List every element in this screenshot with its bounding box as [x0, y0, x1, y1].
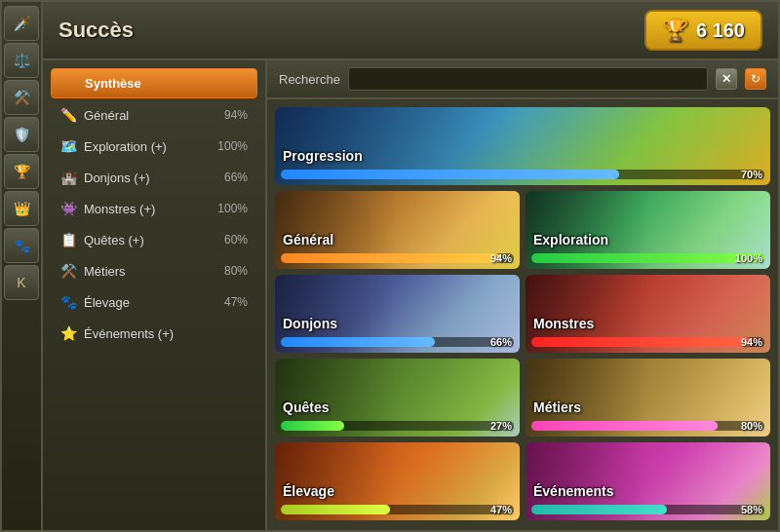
nav-label-donjons: Donjons (+) [84, 171, 150, 185]
evenements-bar-bg [531, 505, 764, 514]
search-input[interactable] [348, 67, 708, 91]
cards-row-4: Élevage 47% Événements [275, 442, 770, 520]
card-progression[interactable]: Progression 70% [275, 107, 770, 185]
metiers-card-label: Métiers [533, 399, 581, 415]
card-elevage[interactable]: Élevage 47% [275, 442, 520, 520]
donjons-pct: 66% [490, 337, 512, 347]
nav-item-metiers[interactable]: ⚒️ Métiers 80% [51, 256, 257, 285]
monstres-bar [531, 337, 751, 347]
card-exploration[interactable]: Exploration 100% [526, 191, 770, 269]
left-icon-scales[interactable]: ⚖️ [4, 43, 39, 78]
nav-pct-exploration: 100% [217, 139, 248, 153]
card-general[interactable]: Général 94% [275, 191, 520, 269]
trophy-icon: 🏆 [662, 18, 688, 43]
search-label: Recherche [279, 72, 340, 87]
card-donjons[interactable]: Donjons 66% [275, 275, 520, 353]
donjons-bar-bg [281, 337, 514, 347]
card-monstres[interactable]: Monstres 94% [526, 275, 770, 353]
progression-bar-bg [281, 170, 764, 179]
search-bar: Recherche ✕ ↻ [267, 60, 778, 99]
evenements-pct: 58% [741, 505, 762, 514]
evenements-card-label: Événements [533, 483, 613, 499]
nav-pct-donjons: 66% [224, 171, 248, 184]
nav-item-exploration[interactable]: 🗺️ Exploration (+) 100% [51, 132, 257, 161]
left-icon-crown[interactable]: 👑 [4, 191, 39, 226]
monstres-card-label: Monstres [533, 316, 594, 331]
quetes-nav-icon: 📋 [60, 232, 76, 247]
nav-item-monstres[interactable]: 👾 Monstres (+) 100% [51, 194, 257, 223]
nav-item-general[interactable]: ✏️ Général 94% [51, 100, 257, 130]
elevage-nav-icon: 🐾 [60, 294, 76, 310]
donjons-nav-icon: 🏰 [60, 170, 76, 185]
score-value: 6 160 [696, 19, 745, 42]
nav-item-quetes[interactable]: 📋 Quêtes (+) 60% [51, 225, 257, 254]
elevage-pct: 47% [490, 505, 512, 514]
nav-label-exploration: Exploration (+) [84, 139, 167, 154]
left-icon-sword[interactable]: 🗡️ [4, 6, 39, 41]
cards-row-2: Donjons 66% Monstres [275, 275, 770, 353]
main-panel: Succès 🏆 6 160 Synthèse ✏️ Gé [43, 2, 778, 530]
metiers-pct: 80% [741, 421, 762, 431]
left-icon-trophy[interactable]: 🏆 [4, 154, 39, 189]
elevage-card-label: Élevage [283, 483, 334, 499]
right-content: Recherche ✕ ↻ Progression [267, 60, 778, 530]
quetes-bar [281, 421, 344, 431]
nav-pct-metiers: 80% [224, 264, 248, 278]
card-quetes[interactable]: Quêtes 27% [275, 359, 520, 437]
card-metiers[interactable]: Métiers 80% [526, 359, 770, 437]
elevage-bar [281, 505, 390, 514]
nav-label-elevage: Élevage [84, 295, 130, 310]
progression-bar [281, 170, 619, 179]
quetes-pct: 27% [490, 421, 512, 431]
progression-pct: 70% [741, 170, 762, 179]
exploration-card-label: Exploration [533, 232, 608, 247]
nav-pct-elevage: 47% [224, 295, 248, 309]
exploration-pct: 100% [735, 253, 762, 263]
nav-item-elevage[interactable]: 🐾 Élevage 47% [51, 287, 257, 317]
metiers-nav-icon: ⚒️ [60, 263, 76, 279]
general-bar-bg [281, 253, 514, 263]
nav-label-synthese: Synthèse [85, 76, 141, 91]
cards-row-1: Général 94% Exploration [275, 191, 770, 269]
left-icon-k[interactable]: K [4, 265, 39, 300]
nav-item-donjons[interactable]: 🏰 Donjons (+) 66% [51, 163, 257, 192]
metiers-bar-bg [531, 421, 764, 431]
nav-pct-general: 94% [224, 108, 248, 122]
nav-label-evenements: Événements (+) [84, 326, 174, 341]
general-nav-icon: ✏️ [60, 107, 76, 123]
nav-item-evenements[interactable]: ⭐ Événements (+) [51, 319, 257, 348]
evenements-bar [531, 505, 667, 514]
evenements-nav-icon: ⭐ [60, 325, 76, 341]
general-pct: 94% [490, 253, 512, 263]
general-bar [281, 253, 500, 263]
content-area: Synthèse ✏️ Général 94% 🗺️ Exploration (… [43, 60, 778, 530]
quetes-card-label: Quêtes [283, 399, 329, 415]
cards-row-3: Quêtes 27% Métiers [275, 359, 770, 437]
search-refresh-button[interactable]: ↻ [745, 68, 766, 90]
nav-label-general: Général [84, 108, 129, 123]
score-badge: 🏆 6 160 [644, 10, 762, 51]
nav-label-quetes: Quêtes (+) [84, 233, 144, 247]
cards-area: Progression 70% Général [267, 99, 778, 530]
left-icon-shield[interactable]: 🛡️ [4, 117, 39, 152]
nav-pct-quetes: 60% [224, 233, 248, 247]
donjons-bar [281, 337, 435, 347]
left-icon-tools[interactable]: ⚒️ [4, 80, 39, 115]
search-clear-button[interactable]: ✕ [716, 68, 737, 90]
quetes-bar-bg [281, 421, 514, 431]
main-window: ✕ 🗡️ ⚖️ ⚒️ 🛡️ 🏆 👑 🐾 K Succès 🏆 6 160 [0, 0, 780, 532]
card-evenements[interactable]: Événements 58% [526, 442, 770, 520]
left-icon-strip: 🗡️ ⚖️ ⚒️ 🛡️ 🏆 👑 🐾 K [2, 2, 43, 530]
monstres-bar-bg [531, 337, 764, 347]
monstres-pct: 94% [741, 337, 762, 347]
nav-label-monstres: Monstres (+) [84, 202, 155, 216]
general-card-label: Général [283, 232, 333, 247]
left-nav: Synthèse ✏️ Général 94% 🗺️ Exploration (… [43, 60, 267, 530]
progression-label: Progression [283, 148, 363, 164]
top-bar: Succès 🏆 6 160 [43, 2, 778, 60]
exploration-nav-icon: 🗺️ [60, 138, 76, 154]
nav-item-synthese[interactable]: Synthèse [51, 68, 257, 98]
nav-pct-monstres: 100% [217, 202, 248, 215]
left-icon-paw[interactable]: 🐾 [4, 228, 39, 263]
donjons-card-label: Donjons [283, 316, 337, 331]
